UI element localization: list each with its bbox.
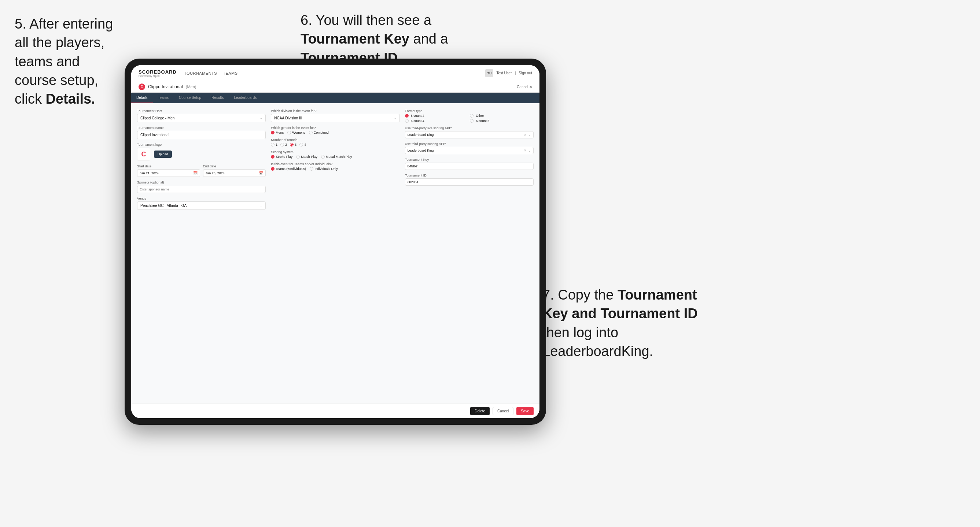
api2-label: Use third-party scoring API?	[405, 142, 534, 146]
venue-group: Venue Peachtree GC - Atlanta - GA ⌄	[137, 197, 266, 210]
host-select[interactable]: Clippd College - Men ⌄	[137, 114, 266, 122]
cancel-header-button[interactable]: Cancel ✕	[517, 85, 532, 89]
round-4-label: 4	[304, 143, 306, 146]
round-2[interactable]: 2	[280, 143, 287, 146]
user-name: Test User	[496, 71, 512, 75]
round-3-label: 3	[295, 143, 296, 146]
gender-radio-group: Mens Womens Combined	[271, 131, 399, 134]
name-input[interactable]: Clippd Invitational	[137, 131, 266, 139]
tab-results[interactable]: Results	[206, 93, 229, 103]
format-6count4[interactable]: 6 count 4	[405, 119, 469, 123]
brand-sub: Powered by clippd	[138, 75, 177, 77]
gender-combined-radio	[309, 131, 313, 134]
venue-label: Venue	[137, 197, 266, 200]
host-arrow-icon: ⌄	[260, 116, 262, 120]
tab-leaderboards[interactable]: Leaderboards	[229, 93, 262, 103]
user-avatar: TU	[485, 69, 493, 77]
round-2-radio	[280, 143, 284, 146]
api1-arrow-icon: ⌄	[528, 133, 531, 137]
host-group: Tournament Host Clippd College - Men ⌄	[137, 109, 266, 122]
tournament-header: C Clippd Invitational (Men) Cancel ✕	[131, 81, 539, 93]
tablet-frame: SCOREBOARD Powered by clippd TOURNAMENTS…	[125, 59, 546, 425]
delete-button[interactable]: Delete	[470, 407, 490, 415]
tab-course-setup[interactable]: Course Setup	[174, 93, 206, 103]
individuals-radio	[310, 167, 313, 171]
scoring-stroke-radio	[271, 155, 275, 159]
api2-arrow-icon: ⌄	[528, 149, 531, 152]
round-3[interactable]: 3	[290, 143, 296, 146]
venue-select[interactable]: Peachtree GC - Atlanta - GA ⌄	[137, 202, 266, 210]
gender-combined[interactable]: Combined	[309, 131, 329, 134]
save-button[interactable]: Save	[516, 407, 534, 415]
gender-mens[interactable]: Mens	[271, 131, 284, 134]
tourney-id-group: Tournament ID 302051	[405, 174, 534, 186]
scoring-stroke[interactable]: Stroke Play	[271, 155, 293, 159]
division-select[interactable]: NCAA Division III ⌄	[271, 114, 399, 122]
teams-option[interactable]: Teams (+Individuals)	[271, 167, 306, 171]
scoring-group: Scoring system Stroke Play Match Play	[271, 150, 399, 159]
nav-tournaments[interactable]: TOURNAMENTS	[184, 71, 217, 75]
host-label: Tournament Host	[137, 109, 266, 113]
gender-mens-radio	[271, 131, 275, 134]
annotation-left: 5. After entering all the players, teams…	[15, 15, 117, 108]
start-date-input[interactable]: Jan 21, 2024 📅	[137, 169, 200, 177]
teams-label: Is this event for Teams and/or Individua…	[271, 162, 399, 166]
scoring-stroke-label: Stroke Play	[275, 155, 293, 159]
format-other-label: Other	[476, 114, 484, 117]
teams-label-text: Teams (+Individuals)	[275, 167, 306, 171]
round-4[interactable]: 4	[299, 143, 306, 146]
format-6count5[interactable]: 6 count 5	[470, 119, 534, 123]
sponsor-input[interactable]	[137, 186, 266, 193]
scoring-label: Scoring system	[271, 150, 399, 154]
logo-display: C	[137, 148, 150, 161]
rounds-radio-row: 1 2 3 4	[271, 143, 399, 146]
name-label: Tournament name	[137, 126, 266, 130]
api2-clear-icon[interactable]: ✕	[524, 149, 527, 152]
nav-teams[interactable]: TEAMS	[223, 71, 237, 75]
right-column: Format type 5 count 4 Other	[405, 109, 534, 214]
tab-details[interactable]: Details	[131, 93, 153, 103]
format-other[interactable]: Other	[470, 114, 534, 117]
api1-clear-icon[interactable]: ✕	[524, 133, 527, 137]
date-row: Start date Jan 21, 2024 📅 End date Jan 2…	[137, 164, 266, 177]
end-date-input[interactable]: Jan 23, 2024 📅	[203, 169, 266, 177]
scoring-medal-match[interactable]: Medal Match Play	[321, 155, 352, 159]
scoring-match[interactable]: Match Play	[296, 155, 317, 159]
format-label: Format type	[405, 109, 534, 113]
sign-out-link[interactable]: Sign out	[519, 71, 532, 75]
sponsor-label: Sponsor (optional)	[137, 181, 266, 184]
rounds-group: Number of rounds 1 2	[271, 138, 399, 146]
individuals-option[interactable]: Individuals Only	[310, 167, 338, 171]
cancel-button[interactable]: Cancel	[493, 407, 514, 415]
api2-value: Leaderboard King	[407, 149, 434, 152]
gender-womens[interactable]: Womens	[287, 131, 305, 134]
format-5count4[interactable]: 5 count 4	[405, 114, 469, 117]
end-date-group: End date Jan 23, 2024 📅	[203, 164, 266, 177]
upload-button[interactable]: Upload	[154, 151, 172, 158]
api1-value: Leaderboard King	[407, 133, 434, 137]
logo-group: Tournament logo C Upload	[137, 143, 266, 161]
gender-combined-label: Combined	[314, 131, 329, 134]
api1-select[interactable]: Leaderboard King ✕ ⌄	[405, 131, 534, 138]
clippd-logo: C	[138, 84, 145, 90]
nav-links: TOURNAMENTS TEAMS	[184, 71, 238, 75]
round-1[interactable]: 1	[271, 143, 277, 146]
tab-teams[interactable]: Teams	[153, 93, 174, 103]
tourney-key-value: b4fdb7	[405, 163, 534, 170]
tourney-id-label: Tournament ID	[405, 174, 534, 177]
gender-group: Which gender is the event for? Mens Wome…	[271, 126, 399, 134]
gender-womens-label: Womens	[292, 131, 305, 134]
name-group: Tournament name Clippd Invitational	[137, 126, 266, 139]
start-calendar-icon: 📅	[193, 171, 197, 175]
middle-column: Which division is the event for? NCAA Di…	[271, 109, 399, 214]
api2-select[interactable]: Leaderboard King ✕ ⌄	[405, 147, 534, 154]
gender-mens-label: Mens	[275, 131, 284, 134]
gender-label: Which gender is the event for?	[271, 126, 399, 130]
format-6count5-label: 6 count 5	[476, 119, 489, 123]
main-content: Tournament Host Clippd College - Men ⌄ T…	[131, 103, 539, 403]
division-label: Which division is the event for?	[271, 109, 399, 113]
end-calendar-icon: 📅	[259, 171, 263, 175]
sponsor-group: Sponsor (optional)	[137, 181, 266, 193]
individuals-label: Individuals Only	[315, 167, 338, 171]
teams-radio	[271, 167, 275, 171]
